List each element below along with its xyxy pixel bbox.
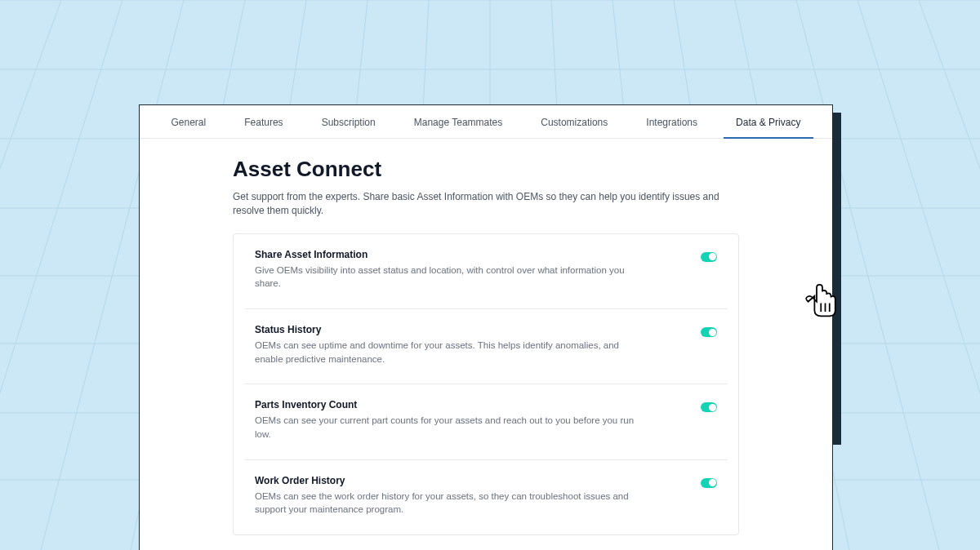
sub-settings: Status History OEMs can see uptime and d… bbox=[245, 308, 727, 534]
tab-general[interactable]: General bbox=[152, 105, 225, 138]
tab-manage-teammates[interactable]: Manage Teammates bbox=[394, 105, 522, 138]
row-status-history: Status History OEMs can see uptime and d… bbox=[245, 309, 727, 384]
row-title: Work Order History bbox=[255, 475, 639, 486]
toggle-share-asset-information[interactable] bbox=[701, 252, 717, 262]
tab-subscription[interactable]: Subscription bbox=[302, 105, 394, 138]
svg-line-22 bbox=[919, 0, 980, 550]
row-description: OEMs can see uptime and downtime for you… bbox=[255, 339, 639, 366]
row-title: Share Asset Information bbox=[255, 249, 639, 260]
svg-line-14 bbox=[0, 0, 122, 550]
row-parts-inventory: Parts Inventory Count OEMs can see your … bbox=[245, 384, 727, 459]
tab-integrations[interactable]: Integrations bbox=[627, 105, 717, 138]
tab-features[interactable]: Features bbox=[225, 105, 302, 138]
toggle-status-history[interactable] bbox=[701, 327, 717, 337]
page-title: Asset Connect bbox=[233, 157, 739, 182]
row-description: OEMs can see the work order history for … bbox=[255, 490, 639, 517]
row-title: Status History bbox=[255, 324, 639, 335]
row-share-asset-information: Share Asset Information Give OEMs visibi… bbox=[234, 234, 738, 308]
tab-data-privacy[interactable]: Data & Privacy bbox=[717, 105, 820, 138]
tab-customizations[interactable]: Customizations bbox=[522, 105, 627, 138]
asset-connect-card: Share Asset Information Give OEMs visibi… bbox=[233, 233, 739, 535]
settings-window: General Features Subscription Manage Tea… bbox=[139, 104, 833, 550]
row-work-order-history: Work Order History OEMs can see the work… bbox=[245, 459, 727, 534]
row-description: OEMs can see your current part counts fo… bbox=[255, 414, 639, 441]
toggle-work-order-history[interactable] bbox=[701, 478, 717, 488]
row-description: Give OEMs visibility into asset status a… bbox=[255, 264, 639, 291]
settings-content: Asset Connect Get support from the exper… bbox=[140, 139, 832, 550]
page-subtitle: Get support from the experts. Share basi… bbox=[233, 190, 739, 219]
toggle-parts-inventory[interactable] bbox=[701, 402, 717, 412]
svg-line-21 bbox=[858, 0, 980, 550]
settings-tabs: General Features Subscription Manage Tea… bbox=[140, 105, 832, 139]
svg-line-15 bbox=[0, 0, 61, 550]
row-title: Parts Inventory Count bbox=[255, 399, 639, 410]
